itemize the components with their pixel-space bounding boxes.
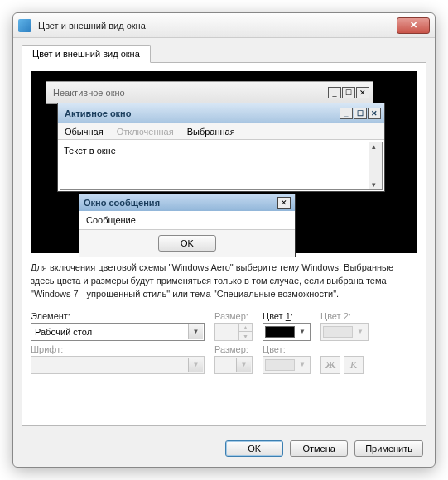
preview-area: Неактивное окно _ ☐ ✕ Активное окно _ ☐ … bbox=[31, 71, 417, 253]
chevron-down-icon: ▼ bbox=[188, 324, 203, 339]
font-color-swatch bbox=[265, 359, 295, 371]
element-label: Элемент: bbox=[31, 311, 205, 321]
tab-panel: Неактивное окно _ ☐ ✕ Активное окно _ ☐ … bbox=[22, 62, 426, 426]
minimize-icon: _ bbox=[340, 108, 353, 119]
dialog-window: Цвет и внешний вид окна ✕ Цвет и внешний… bbox=[12, 12, 436, 468]
message-box-ok-button: OK bbox=[158, 235, 216, 252]
chevron-down-icon: ▼ bbox=[354, 328, 366, 335]
scrollbar bbox=[369, 142, 382, 189]
message-box-body: Сообщение bbox=[79, 211, 295, 230]
description-text: Для включения цветовой схемы "Windows Ae… bbox=[31, 262, 417, 301]
apply-button[interactable]: Применить bbox=[354, 440, 423, 457]
chevron-down-icon: ▼ bbox=[236, 358, 251, 372]
font-color-combo: ▼ bbox=[263, 356, 311, 374]
active-window-controls: _ ☐ ✕ bbox=[340, 108, 381, 119]
close-icon: ✕ bbox=[368, 108, 381, 119]
active-window-titlebar: Активное окно _ ☐ ✕ bbox=[58, 103, 384, 123]
font-size-label: Размер: bbox=[214, 344, 253, 354]
preview-message-box: Окно сообщения ✕ Сообщение OK bbox=[79, 194, 296, 257]
size-spinner: ▲▼ bbox=[214, 323, 253, 341]
color2-combo: ▼ bbox=[320, 323, 369, 341]
maximize-icon: ☐ bbox=[342, 87, 355, 98]
chevron-down-icon: ▼ bbox=[296, 361, 308, 368]
font-color-label: Цвет: bbox=[263, 344, 311, 354]
tab-strip: Цвет и внешний вид окна Неактивное окно … bbox=[13, 38, 435, 426]
menu-item-disabled: Отключенная bbox=[117, 127, 174, 137]
element-combo[interactable]: Рабочий стол ▼ bbox=[31, 323, 205, 341]
color2-label: Цвет 2: bbox=[320, 311, 369, 321]
chevron-down-icon: ▼ bbox=[296, 328, 308, 335]
size-label: Размер: bbox=[214, 311, 253, 321]
message-box-title: Окно сообщения ✕ bbox=[79, 194, 295, 211]
color1-label: Цвет 1: bbox=[263, 311, 311, 321]
font-label: Шрифт: bbox=[31, 344, 205, 354]
window-text: Текст в окне bbox=[64, 146, 116, 156]
minimize-icon: _ bbox=[328, 87, 341, 98]
preview-inactive-window: Неактивное окно _ ☐ ✕ bbox=[46, 81, 373, 104]
menu-item-normal: Обычная bbox=[65, 127, 104, 137]
close-icon: ✕ bbox=[410, 20, 417, 31]
italic-button: К bbox=[344, 356, 364, 374]
inactive-window-title: Неактивное окно bbox=[50, 88, 328, 98]
color1-combo[interactable]: ▼ bbox=[263, 323, 311, 341]
ok-button[interactable]: OK bbox=[225, 440, 283, 457]
tab-appearance[interactable]: Цвет и внешний вид окна bbox=[22, 45, 151, 63]
bold-button: Ж bbox=[320, 356, 340, 374]
dialog-buttons: OK Отмена Применить bbox=[225, 440, 423, 457]
maximize-icon: ☐ bbox=[354, 108, 367, 119]
app-icon bbox=[18, 19, 31, 32]
color1-swatch bbox=[265, 326, 295, 338]
element-value: Рабочий стол bbox=[35, 327, 92, 337]
inactive-window-controls: _ ☐ ✕ bbox=[328, 87, 369, 98]
form: Элемент: Рабочий стол ▼ Размер: ▲▼ Цвет … bbox=[31, 311, 417, 374]
preview-textarea: Текст в окне bbox=[60, 142, 383, 190]
message-box-close-icon: ✕ bbox=[277, 197, 291, 209]
font-size-combo: ▼ bbox=[214, 356, 253, 374]
preview-menubar: Обычная Отключенная Выбранная bbox=[58, 123, 384, 140]
color2-swatch bbox=[323, 326, 353, 338]
window-title: Цвет и внешний вид окна bbox=[38, 21, 397, 31]
cancel-button[interactable]: Отмена bbox=[290, 440, 348, 457]
message-box-buttons: OK bbox=[79, 230, 295, 257]
titlebar[interactable]: Цвет и внешний вид окна ✕ bbox=[13, 13, 435, 38]
message-box-title-text: Окно сообщения bbox=[84, 198, 274, 208]
chevron-down-icon: ▼ bbox=[188, 358, 203, 372]
menu-item-selected: Выбранная bbox=[187, 127, 235, 137]
active-window-title: Активное окно bbox=[61, 108, 340, 118]
close-icon: ✕ bbox=[356, 87, 369, 98]
font-combo: ▼ bbox=[31, 356, 205, 374]
close-button[interactable]: ✕ bbox=[397, 17, 430, 34]
preview-active-window: Активное окно _ ☐ ✕ Обычная Отключенная … bbox=[57, 103, 385, 192]
